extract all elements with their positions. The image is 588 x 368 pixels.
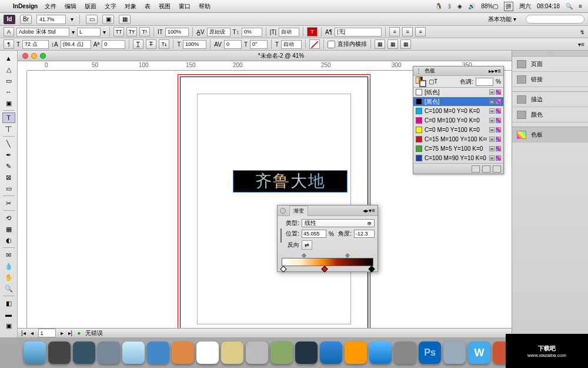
notes-app[interactable] [221,342,243,364]
auto2-field[interactable]: 自动 [281,40,302,49]
panel-menu-icon[interactable]: ▾≡ [369,207,375,214]
scissors-tool[interactable]: ✂ [2,198,15,208]
swatch-row[interactable]: C=0 M=100 Y=0 K=0⊠ [413,116,503,125]
page-tool[interactable]: ▭ [2,75,15,86]
menu-table[interactable]: 表 [145,2,151,11]
screen-mode-tool[interactable]: ▣ [2,320,15,331]
swatch-row[interactable]: [黑色]⊠ [413,97,503,107]
app-12[interactable] [295,342,318,364]
zoom-dropdown-icon[interactable]: ▾ [71,16,74,22]
swatch-row[interactable]: [纸色]⊠ [413,88,503,97]
spotlight-icon[interactable]: 🔍 [566,3,573,9]
text-frame[interactable]: 齐鲁大地 [233,170,348,193]
rect-tool[interactable]: ▭ [2,183,15,194]
baseline-field[interactable]: 0 [102,40,125,49]
dock-stroke[interactable]: 描边 [512,92,588,107]
appstore-app[interactable] [369,342,392,364]
volume-icon[interactable]: 🔊 [468,3,475,9]
preflight-label[interactable]: 无错误 [85,329,103,337]
prev-page-icon[interactable]: ◂ [31,330,34,336]
gradient-feather-tool[interactable]: ◐ [2,235,15,246]
eyedropper-tool[interactable]: 💧 [2,261,15,271]
gradient-type-select[interactable]: 线性≑ [302,219,375,227]
charstyle-field[interactable]: [无] [335,28,382,37]
arrange-button[interactable]: ▦ [119,15,131,24]
menu-help[interactable]: 帮助 [199,2,211,11]
app-14[interactable] [345,342,367,364]
pencil-tool[interactable]: ✎ [2,161,15,171]
grid-icon-3[interactable]: ▦ [400,39,411,49]
flyout-icon[interactable]: ↯ [580,29,584,35]
dropdown-icon[interactable]: ▾ [72,29,75,35]
collapse-icon[interactable]: ▸▸ [489,68,495,74]
new-swatch-button[interactable] [482,165,490,173]
free-transform-tool[interactable]: ⟲ [2,213,15,223]
dock-pages[interactable]: 页面 [512,57,588,72]
battery-status[interactable]: 88%▢ [481,3,498,9]
line-tool[interactable]: ╲ [2,138,15,149]
swatches-panel[interactable]: ⋮ 色板 ▸▸ ▾≡ ▢T 色调: % [纸色]⊠[黑色]⊠C=100 M=0 … [413,66,504,174]
hand-tool[interactable]: ✋ [2,272,15,283]
gradient-ramp[interactable] [282,258,373,266]
tracking2-field[interactable]: 0 [224,40,242,49]
gradient-position-field[interactable]: 45.055 [302,230,326,238]
dock-grip[interactable]: :::::: [512,51,588,57]
grid-icon-1[interactable]: ▦ [375,39,385,49]
dock-swatches[interactable]: 色板 [512,127,588,142]
align-icon-2[interactable]: ≡ [402,27,413,37]
panel-close-icon[interactable] [280,208,286,214]
maximize-icon[interactable] [40,53,46,59]
gap-tool[interactable]: ↔ [2,87,15,97]
vertical-ruler[interactable] [18,71,27,328]
gradient-angle-field[interactable]: -12.3 [354,230,375,238]
direct-selection-tool[interactable]: △ [2,64,15,75]
type-tool[interactable]: T [2,112,15,123]
ime-indicator[interactable]: 拼 [504,2,513,11]
wifi-icon[interactable]: ◈ [457,3,462,9]
dock-links[interactable]: 链接 [512,72,588,87]
clock[interactable]: 08:04:18 [537,3,560,9]
superscript-icon[interactable]: T¹ [139,27,150,37]
preflight-icon[interactable]: ● [77,330,81,336]
pen-tool[interactable]: ✒ [2,150,15,160]
penguin-icon[interactable]: 🐧 [435,3,442,9]
dock-color[interactable]: 颜色 [512,107,588,122]
rect-frame-tool[interactable]: ⊠ [2,172,15,183]
smallcaps-icon[interactable]: Tᴛ [126,27,137,37]
app-4[interactable] [98,342,120,364]
swatch-row[interactable]: C=100 M=90 Y=10 K=0⊠ [413,154,503,163]
font-style-field[interactable]: L [77,28,101,37]
calendar-app[interactable] [196,342,219,364]
first-page-icon[interactable]: |◂ [21,330,26,336]
menu-view[interactable]: 视图 [159,2,171,11]
font-family-field[interactable]: Adobe 宋体 Std [16,28,69,37]
gradient-stop[interactable] [368,266,375,272]
mail-app[interactable] [147,342,169,364]
selection-tool[interactable]: ▲ [2,53,15,64]
align-icon-1[interactable]: ≡ [389,27,400,37]
reverse-button[interactable]: ⇄ [302,240,312,250]
mission-app[interactable] [73,342,95,364]
minimize-icon[interactable] [31,53,37,59]
text-content[interactable]: 齐鲁大地 [255,170,326,193]
show-all-button[interactable] [472,165,480,173]
grid-icon-2[interactable]: ▦ [387,39,398,49]
bridge-button[interactable]: Br [20,15,32,24]
launchpad-app[interactable] [48,342,71,364]
fill-color-icon[interactable]: T [307,27,318,37]
swatches-tab[interactable]: 色板 [422,67,438,75]
content-collector-tool[interactable]: ▣ [2,98,15,108]
tint-field[interactable] [476,78,493,86]
panel-collapse-icon[interactable]: ◂▸ [363,207,369,214]
menu-edit[interactable]: 编辑 [65,2,76,11]
align-icon-3[interactable]: ≡ [415,27,426,37]
gradient-preview[interactable] [280,228,282,243]
apply-color-tool[interactable]: ▬ [2,309,15,320]
gradient-stop-selected[interactable] [321,266,328,272]
type-vertical-tool[interactable]: 丅 [2,124,15,134]
gradient-swatch-tool[interactable]: ▦ [2,224,15,234]
app-18[interactable] [443,342,466,364]
swatch-row[interactable]: C=75 M=5 Y=100 K=0⊠ [413,144,503,154]
search-field[interactable] [526,15,584,24]
menu-file[interactable]: 文件 [45,2,56,11]
